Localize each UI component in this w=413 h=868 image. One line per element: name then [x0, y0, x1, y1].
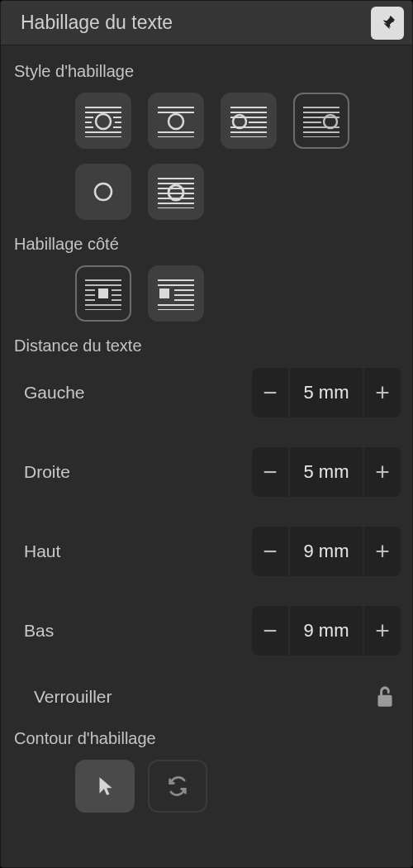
- distance-label: Distance du texte: [14, 336, 401, 355]
- distance-right-stepper: − 5 mm +: [252, 447, 401, 497]
- wrap-side-row: [75, 265, 401, 322]
- distance-top-increment[interactable]: +: [363, 527, 401, 576]
- wrap-around-icon: [83, 104, 123, 137]
- panel-titlebar: Habillage du texte: [1, 1, 412, 45]
- distance-right-value[interactable]: 5 mm: [290, 447, 363, 497]
- distance-left-decrement[interactable]: −: [252, 368, 290, 417]
- svg-point-15: [169, 114, 183, 129]
- wrap-style-label: Style d'habillage: [14, 62, 401, 81]
- distance-bottom-row: Bas − 9 mm +: [12, 605, 401, 656]
- distance-top-stepper: − 9 mm +: [252, 527, 401, 576]
- svg-point-10: [96, 114, 111, 129]
- outline-label: Contour d'habillage: [14, 729, 401, 748]
- svg-rect-60: [377, 695, 392, 707]
- outline-row: [75, 760, 401, 813]
- wrap-jump-icon: [156, 104, 196, 137]
- side-both[interactable]: [75, 265, 131, 322]
- distance-bottom-stepper: − 9 mm +: [252, 606, 401, 656]
- side-largest-icon: [156, 277, 196, 310]
- wrap-style-right[interactable]: [293, 93, 349, 149]
- wrap-inside-icon: [156, 175, 196, 208]
- side-largest[interactable]: [148, 265, 204, 322]
- wrap-side-label: Habillage côté: [14, 235, 401, 254]
- distance-bottom-decrement[interactable]: −: [252, 606, 290, 656]
- distance-right-label: Droite: [12, 462, 252, 482]
- refresh-icon: [166, 775, 189, 798]
- distance-left-increment[interactable]: +: [363, 368, 401, 417]
- text-wrap-panel: Habillage du texte Style d'habillage: [0, 0, 413, 868]
- wrap-left-icon: [229, 104, 268, 137]
- lock-row: Verrouiller: [12, 684, 401, 709]
- distance-top-decrement[interactable]: −: [252, 527, 290, 576]
- distance-right-increment[interactable]: +: [363, 447, 401, 497]
- svg-point-32: [95, 184, 112, 200]
- outline-edit-button[interactable]: [75, 760, 135, 813]
- outline-reset-button[interactable]: [148, 760, 207, 813]
- wrap-style-jump[interactable]: [148, 93, 204, 149]
- wrap-style-inside[interactable]: [148, 164, 204, 220]
- wrap-style-none[interactable]: [75, 164, 131, 220]
- distance-right-decrement[interactable]: −: [252, 447, 290, 497]
- wrap-none-icon: [83, 175, 123, 208]
- wrap-style-left[interactable]: [221, 93, 277, 149]
- distance-left-stepper: − 5 mm +: [252, 368, 401, 417]
- pin-icon: [378, 14, 396, 32]
- pin-button[interactable]: [371, 7, 404, 40]
- wrap-style-row-2: [75, 164, 401, 220]
- lock-toggle[interactable]: [374, 684, 396, 709]
- distance-right-row: Droite − 5 mm +: [12, 446, 401, 498]
- unlock-icon: [374, 684, 396, 709]
- wrap-style-row-1: [75, 93, 401, 149]
- panel-title: Habillage du texte: [21, 12, 371, 34]
- lock-label: Verrouiller: [12, 687, 374, 707]
- distance-left-label: Gauche: [12, 383, 252, 403]
- distance-top-row: Haut − 9 mm +: [12, 526, 401, 577]
- cursor-icon: [96, 775, 114, 797]
- distance-top-label: Haut: [12, 541, 252, 561]
- wrap-right-icon: [301, 104, 341, 137]
- distance-bottom-value[interactable]: 9 mm: [290, 606, 363, 656]
- svg-rect-51: [98, 289, 108, 298]
- side-both-icon: [83, 277, 123, 310]
- distance-bottom-label: Bas: [12, 621, 252, 641]
- distance-left-row: Gauche − 5 mm +: [12, 367, 401, 418]
- distance-top-value[interactable]: 9 mm: [290, 527, 363, 576]
- svg-rect-59: [159, 289, 169, 298]
- wrap-style-around[interactable]: [75, 93, 131, 149]
- distance-bottom-increment[interactable]: +: [363, 606, 401, 656]
- distance-left-value[interactable]: 5 mm: [290, 368, 363, 417]
